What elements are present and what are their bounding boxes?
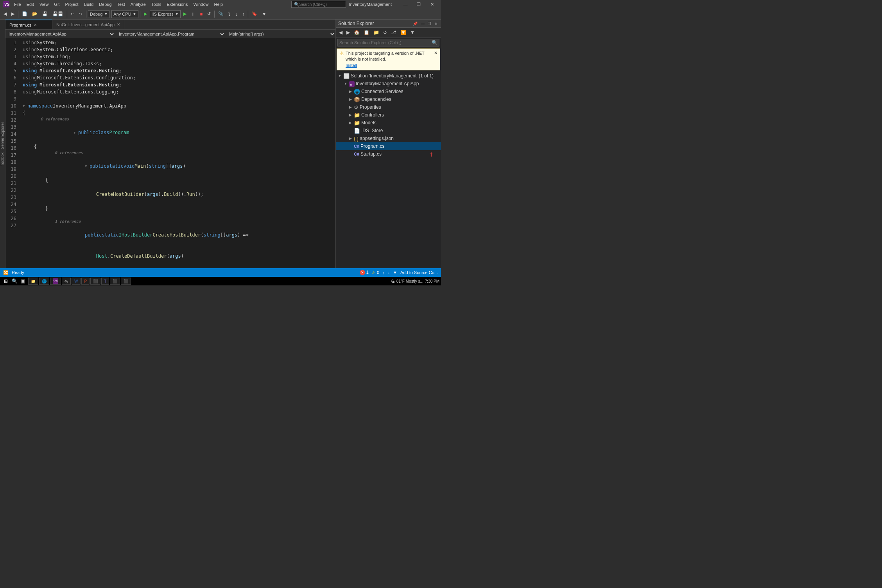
taskbar-edge[interactable]: 🌐 (39, 278, 49, 285)
start-button[interactable]: ⊞ (2, 278, 10, 284)
close-button[interactable]: ✕ (426, 0, 438, 9)
undo-button[interactable]: ↩ (69, 10, 76, 18)
run-target-dropdown[interactable]: IIS Express ▼ (150, 10, 181, 18)
taskbar-word[interactable]: W (72, 278, 81, 285)
se-back-button[interactable]: ◀ (337, 29, 344, 36)
menu-file[interactable]: File (12, 2, 23, 7)
stop-button[interactable]: ■ (198, 10, 205, 18)
tree-solution[interactable]: ▼ ⬜ Solution 'InventoryManagement' (1 of… (336, 72, 441, 80)
se-minimize-button[interactable]: — (419, 21, 426, 26)
menu-project[interactable]: Project (63, 2, 81, 7)
namespace-select[interactable]: InventoryManagement.ApiApp (5, 30, 115, 38)
menu-build[interactable]: Build (82, 2, 96, 7)
collapse-main[interactable]: ▼ (85, 163, 89, 170)
se-show-files-button[interactable]: 📁 (372, 29, 381, 36)
redo-button[interactable]: ↪ (77, 10, 84, 18)
install-link[interactable]: Install (346, 63, 357, 68)
down-arrow-button[interactable]: ↓ (388, 270, 390, 275)
forward-button[interactable]: ▶ (9, 10, 16, 18)
save-button[interactable]: 💾 (40, 10, 50, 18)
restart-button[interactable]: ↺ (205, 10, 213, 18)
run-button[interactable]: ▶ (181, 10, 188, 18)
taskbar-item-6[interactable]: ⬛ (90, 278, 100, 285)
maximize-button[interactable]: ❐ (413, 0, 425, 9)
taskbar-item-8[interactable]: ⬛ (110, 278, 120, 285)
new-file-button[interactable]: 📄 (20, 10, 29, 18)
tab-nuget[interactable]: NuGet: Inven...gement.ApiApp ✕ (52, 20, 124, 29)
tab-program-cs-close[interactable]: ✕ (34, 23, 37, 27)
task-view-button[interactable]: ▣ (19, 278, 27, 284)
taskbar-chrome[interactable]: ◎ (62, 278, 71, 285)
action-menu[interactable]: ▼ (393, 270, 397, 275)
pause-button[interactable]: ⏸ (189, 10, 197, 18)
step-out-button[interactable]: ↑ (240, 10, 247, 18)
tree-program-cs[interactable]: C# Program.cs (336, 142, 441, 150)
menu-git[interactable]: Git (52, 2, 62, 7)
taskbar-vs[interactable]: VS (50, 278, 61, 285)
server-explorer-tab[interactable]: Server Explorer (0, 120, 5, 151)
step-into-button[interactable]: ↓ (233, 10, 240, 18)
class-select[interactable]: InventoryManagement.ApiApp.Program (116, 30, 225, 38)
settings-button[interactable]: ▼ (260, 10, 268, 18)
up-arrow-button[interactable]: ↑ (382, 270, 385, 275)
menu-analyze[interactable]: Analyze (128, 2, 148, 7)
member-select[interactable]: Main(string[] args) (226, 30, 335, 38)
se-refresh-button[interactable]: ↺ (382, 29, 389, 36)
minimize-button[interactable]: — (400, 0, 411, 9)
taskbar-item-9[interactable]: ⬛ (121, 278, 131, 285)
attach-button[interactable]: 📎 (216, 10, 226, 18)
tree-startup-cs[interactable]: C# Startup.cs ↑ (336, 150, 441, 158)
se-filter-button[interactable]: 🔽 (399, 29, 408, 36)
menu-help[interactable]: Help (212, 2, 226, 7)
collapse-namespace[interactable]: ▼ (23, 102, 27, 109)
step-over-button[interactable]: ⤵ (226, 10, 233, 18)
taskbar-teams[interactable]: T (101, 278, 109, 285)
source-control-text[interactable]: Add to Source Co... (400, 270, 438, 275)
menu-extensions[interactable]: Extensions (165, 2, 190, 7)
taskbar-powerpoint[interactable]: P (81, 278, 90, 285)
se-properties-button[interactable]: 📋 (362, 29, 371, 36)
tree-properties[interactable]: ▶ ⚙ Properties (336, 103, 441, 111)
menu-edit[interactable]: Edit (24, 2, 36, 7)
se-pending-changes-button[interactable]: ⎇ (389, 29, 398, 36)
search-button[interactable]: 🔍 (10, 278, 19, 284)
menu-window[interactable]: Window (191, 2, 211, 7)
se-forward-button[interactable]: ▶ (345, 29, 351, 36)
menu-debug[interactable]: Debug (97, 2, 114, 7)
search-input[interactable] (299, 2, 339, 7)
tree-models[interactable]: ▶ 📁 Models (336, 119, 441, 127)
bookmark-button[interactable]: 🔖 (250, 10, 259, 18)
tree-appsettings[interactable]: ▶ { } appsettings.json (336, 134, 441, 142)
play-button[interactable]: ▶ (142, 10, 149, 18)
warning-indicator[interactable]: ⚠ 0 (372, 270, 379, 275)
error-indicator[interactable]: ✕ 1 (360, 270, 369, 275)
se-home-button[interactable]: 🏠 (352, 29, 361, 36)
menu-tools[interactable]: Tools (149, 2, 164, 7)
taskbar-file-explorer[interactable]: 📁 (28, 278, 38, 285)
warning-close-button[interactable]: ✕ (434, 50, 437, 56)
code-content[interactable]: using System; using System.Collections.G… (20, 38, 335, 268)
se-search-box[interactable]: 🔍 (337, 39, 439, 47)
menu-test[interactable]: Test (115, 2, 127, 7)
tree-controllers[interactable]: ▶ 📁 Controllers (336, 111, 441, 119)
tree-ds-store[interactable]: 📄 .DS_Store (336, 127, 441, 134)
se-pin-button[interactable]: 📌 (412, 21, 419, 26)
tree-dependencies[interactable]: ▶ 📦 Dependencies (336, 95, 441, 103)
tab-program-cs[interactable]: Program.cs ✕ (5, 20, 52, 29)
toolbox-tab[interactable]: Toolbox (0, 151, 5, 167)
collapse-class[interactable]: ▼ (74, 129, 77, 136)
se-settings-dropdown[interactable]: ▼ (409, 29, 416, 36)
tab-nuget-close[interactable]: ✕ (117, 22, 120, 27)
se-search-input[interactable] (338, 39, 430, 46)
save-all-button[interactable]: 💾💾 (50, 10, 65, 18)
open-button[interactable]: 📂 (30, 10, 39, 18)
search-box[interactable]: 🔍 (291, 1, 346, 8)
menu-view[interactable]: View (37, 2, 51, 7)
back-button[interactable]: ◀ (2, 10, 9, 18)
se-maximize-button[interactable]: ❐ (427, 21, 432, 26)
tree-connected-services[interactable]: ▶ 🌐 Connected Services (336, 88, 441, 95)
se-close-button[interactable]: ✕ (433, 21, 439, 26)
platform-dropdown[interactable]: Any CPU ▼ (111, 10, 138, 18)
tree-project[interactable]: ▼ A InventoryManagement.ApiApp (336, 80, 441, 88)
config-dropdown[interactable]: Debug ▼ (88, 10, 109, 18)
